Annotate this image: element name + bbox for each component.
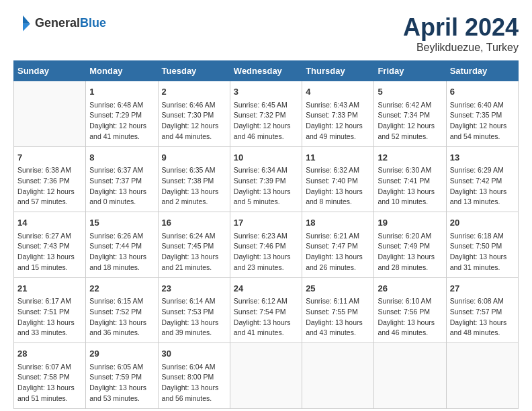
day-info: Sunrise: 6:26 AM Sunset: 7:44 PM Dayligh… (89, 231, 154, 273)
calendar-cell: 29Sunrise: 6:05 AM Sunset: 7:59 PM Dayli… (86, 343, 158, 409)
day-number: 19 (378, 216, 442, 230)
day-number: 18 (306, 216, 370, 230)
column-header-saturday: Saturday (446, 61, 518, 81)
week-row-3: 14Sunrise: 6:27 AM Sunset: 7:43 PM Dayli… (14, 212, 519, 278)
day-info: Sunrise: 6:38 AM Sunset: 7:36 PM Dayligh… (17, 165, 82, 208)
day-number: 11 (306, 151, 370, 165)
day-number: 9 (162, 151, 226, 165)
day-number: 29 (89, 347, 154, 361)
calendar-header: SundayMondayTuesdayWednesdayThursdayFrid… (14, 61, 519, 81)
day-info: Sunrise: 6:14 AM Sunset: 7:53 PM Dayligh… (162, 296, 226, 338)
calendar-cell: 5Sunrise: 6:42 AM Sunset: 7:34 PM Daylig… (374, 81, 446, 147)
day-number: 10 (234, 151, 298, 165)
header: GeneralBlue April 2024 Beylikduezue, Tur… (13, 13, 519, 54)
day-number: 21 (17, 282, 82, 295)
day-number: 4 (306, 85, 370, 99)
day-number: 8 (89, 151, 154, 165)
calendar-cell: 1Sunrise: 6:48 AM Sunset: 7:29 PM Daylig… (86, 81, 158, 147)
calendar-cell: 18Sunrise: 6:21 AM Sunset: 7:47 PM Dayli… (302, 212, 374, 278)
day-info: Sunrise: 6:48 AM Sunset: 7:29 PM Dayligh… (89, 100, 154, 142)
day-info: Sunrise: 6:35 AM Sunset: 7:38 PM Dayligh… (162, 165, 226, 208)
title-area: April 2024 Beylikduezue, Turkey (403, 13, 519, 54)
day-number: 27 (450, 282, 515, 295)
day-info: Sunrise: 6:08 AM Sunset: 7:57 PM Dayligh… (450, 296, 515, 338)
day-info: Sunrise: 6:40 AM Sunset: 7:35 PM Dayligh… (450, 100, 515, 142)
calendar-cell (446, 343, 518, 409)
calendar-cell: 3Sunrise: 6:45 AM Sunset: 7:32 PM Daylig… (230, 81, 302, 147)
calendar-cell: 13Sunrise: 6:29 AM Sunset: 7:42 PM Dayli… (446, 146, 518, 212)
calendar-body: 1Sunrise: 6:48 AM Sunset: 7:29 PM Daylig… (14, 81, 519, 409)
week-row-2: 7Sunrise: 6:38 AM Sunset: 7:36 PM Daylig… (14, 146, 519, 212)
day-number: 15 (89, 216, 154, 230)
day-info: Sunrise: 6:45 AM Sunset: 7:32 PM Dayligh… (234, 100, 298, 142)
day-info: Sunrise: 6:29 AM Sunset: 7:42 PM Dayligh… (450, 165, 515, 208)
day-number: 14 (17, 216, 82, 230)
calendar-cell (302, 343, 374, 409)
calendar-cell: 12Sunrise: 6:30 AM Sunset: 7:41 PM Dayli… (374, 146, 446, 212)
calendar-cell: 6Sunrise: 6:40 AM Sunset: 7:35 PM Daylig… (446, 81, 518, 147)
day-info: Sunrise: 6:42 AM Sunset: 7:34 PM Dayligh… (378, 100, 442, 142)
day-number: 6 (450, 85, 515, 99)
header-row: SundayMondayTuesdayWednesdayThursdayFrid… (14, 61, 519, 81)
week-row-5: 28Sunrise: 6:07 AM Sunset: 7:58 PM Dayli… (14, 343, 519, 409)
calendar-cell: 24Sunrise: 6:12 AM Sunset: 7:54 PM Dayli… (230, 277, 302, 343)
calendar-cell: 4Sunrise: 6:43 AM Sunset: 7:33 PM Daylig… (302, 81, 374, 147)
day-info: Sunrise: 6:32 AM Sunset: 7:40 PM Dayligh… (306, 165, 370, 208)
day-number: 5 (378, 85, 442, 99)
column-header-friday: Friday (374, 61, 446, 81)
day-number: 30 (162, 347, 226, 361)
calendar-cell: 25Sunrise: 6:11 AM Sunset: 7:55 PM Dayli… (302, 277, 374, 343)
day-number: 2 (162, 85, 226, 99)
calendar-cell (230, 343, 302, 409)
day-number: 25 (306, 282, 370, 295)
calendar-cell: 2Sunrise: 6:46 AM Sunset: 7:30 PM Daylig… (158, 81, 230, 147)
day-info: Sunrise: 6:15 AM Sunset: 7:52 PM Dayligh… (89, 296, 154, 338)
day-info: Sunrise: 6:34 AM Sunset: 7:39 PM Dayligh… (234, 165, 298, 208)
calendar-cell (374, 343, 446, 409)
day-info: Sunrise: 6:27 AM Sunset: 7:43 PM Dayligh… (17, 231, 82, 273)
week-row-1: 1Sunrise: 6:48 AM Sunset: 7:29 PM Daylig… (14, 81, 519, 147)
day-info: Sunrise: 6:17 AM Sunset: 7:51 PM Dayligh… (17, 296, 82, 338)
calendar-subtitle: Beylikduezue, Turkey (403, 42, 519, 54)
day-number: 16 (162, 216, 226, 230)
day-info: Sunrise: 6:20 AM Sunset: 7:49 PM Dayligh… (378, 231, 442, 273)
day-info: Sunrise: 6:07 AM Sunset: 7:58 PM Dayligh… (17, 362, 82, 404)
day-info: Sunrise: 6:21 AM Sunset: 7:47 PM Dayligh… (306, 231, 370, 273)
calendar-cell: 9Sunrise: 6:35 AM Sunset: 7:38 PM Daylig… (158, 146, 230, 212)
day-info: Sunrise: 6:46 AM Sunset: 7:30 PM Dayligh… (162, 100, 226, 142)
calendar-cell: 28Sunrise: 6:07 AM Sunset: 7:58 PM Dayli… (14, 343, 86, 409)
day-number: 7 (17, 151, 82, 165)
day-number: 3 (234, 85, 298, 99)
calendar-table: SundayMondayTuesdayWednesdayThursdayFrid… (13, 60, 519, 409)
logo-blue-text: Blue (80, 16, 106, 30)
day-number: 12 (378, 151, 442, 165)
calendar-cell: 22Sunrise: 6:15 AM Sunset: 7:52 PM Dayli… (86, 277, 158, 343)
calendar-cell: 15Sunrise: 6:26 AM Sunset: 7:44 PM Dayli… (86, 212, 158, 278)
calendar-cell: 19Sunrise: 6:20 AM Sunset: 7:49 PM Dayli… (374, 212, 446, 278)
day-number: 26 (378, 282, 442, 295)
calendar-title: April 2024 (403, 13, 519, 42)
day-number: 22 (89, 282, 154, 295)
day-info: Sunrise: 6:24 AM Sunset: 7:45 PM Dayligh… (162, 231, 226, 273)
calendar-cell: 21Sunrise: 6:17 AM Sunset: 7:51 PM Dayli… (14, 277, 86, 343)
day-info: Sunrise: 6:10 AM Sunset: 7:56 PM Dayligh… (378, 296, 442, 338)
calendar-cell: 26Sunrise: 6:10 AM Sunset: 7:56 PM Dayli… (374, 277, 446, 343)
day-number: 13 (450, 151, 515, 165)
day-info: Sunrise: 6:23 AM Sunset: 7:46 PM Dayligh… (234, 231, 298, 273)
column-header-sunday: Sunday (14, 61, 86, 81)
logo: GeneralBlue (13, 13, 106, 32)
logo-general-text: General (35, 16, 80, 30)
column-header-thursday: Thursday (302, 61, 374, 81)
calendar-cell: 11Sunrise: 6:32 AM Sunset: 7:40 PM Dayli… (302, 146, 374, 212)
svg-marker-1 (23, 24, 30, 32)
calendar-cell: 16Sunrise: 6:24 AM Sunset: 7:45 PM Dayli… (158, 212, 230, 278)
svg-marker-0 (23, 15, 30, 24)
day-number: 23 (162, 282, 226, 295)
day-info: Sunrise: 6:18 AM Sunset: 7:50 PM Dayligh… (450, 231, 515, 273)
calendar-cell: 30Sunrise: 6:04 AM Sunset: 8:00 PM Dayli… (158, 343, 230, 409)
calendar-cell: 20Sunrise: 6:18 AM Sunset: 7:50 PM Dayli… (446, 212, 518, 278)
day-info: Sunrise: 6:43 AM Sunset: 7:33 PM Dayligh… (306, 100, 370, 142)
day-number: 24 (234, 282, 298, 295)
day-number: 28 (17, 347, 82, 361)
calendar-cell: 27Sunrise: 6:08 AM Sunset: 7:57 PM Dayli… (446, 277, 518, 343)
